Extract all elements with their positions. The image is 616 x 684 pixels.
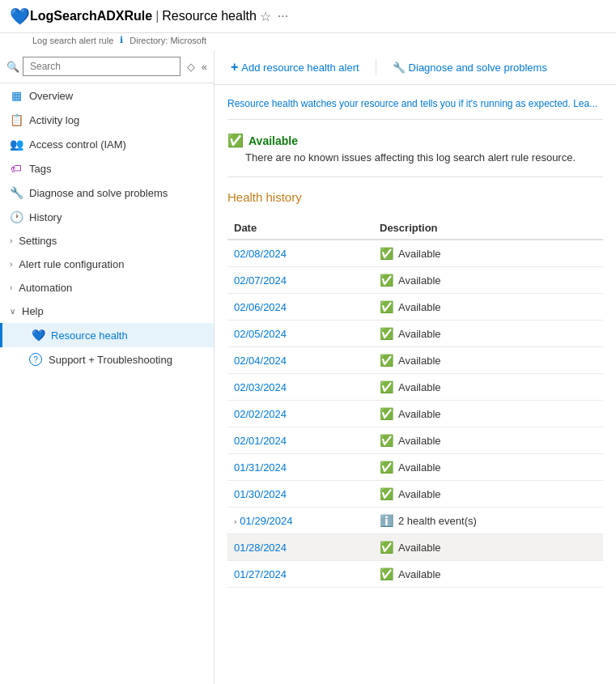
history-label: History — [29, 211, 204, 223]
filter-icon[interactable]: ◇ — [187, 61, 195, 73]
status-description: There are no known issues affecting this… — [245, 151, 603, 164]
date-value[interactable]: 02/01/2024 — [234, 435, 287, 447]
date-cell: 02/02/2024 — [227, 401, 373, 427]
sidebar-item-help[interactable]: ∨ Help — [0, 300, 214, 323]
sidebar-item-access-control[interactable]: 👥 Access control (IAM) — [0, 132, 214, 156]
available-text: Available — [398, 408, 441, 420]
date-cell: 02/01/2024 — [227, 427, 373, 454]
sidebar-item-alert-rule[interactable]: › Alert rule configuration — [0, 253, 214, 276]
search-input[interactable] — [23, 57, 181, 76]
row-expand-icon[interactable]: › — [234, 517, 236, 526]
status-label: Available — [249, 134, 298, 147]
available-text: Available — [398, 248, 441, 260]
date-value[interactable]: 02/04/2024 — [234, 355, 287, 367]
date-cell: ›01/29/2024 — [227, 508, 373, 534]
sidebar-item-tags[interactable]: 🏷 Tags — [0, 156, 214, 181]
sidebar-item-history[interactable]: 🕐 History — [0, 205, 214, 229]
table-row: 02/02/2024✅Available — [227, 401, 603, 427]
info-banner: Resource health watches your resource an… — [227, 98, 603, 120]
sidebar-item-overview[interactable]: ▦ Overview — [0, 83, 214, 108]
available-status: ✅Available — [380, 300, 597, 313]
search-icon: 🔍 — [6, 61, 19, 73]
description-column-header: Description — [373, 217, 603, 240]
sidebar-item-resource-health[interactable]: 💙 Resource health — [0, 323, 214, 347]
add-alert-label: Add resource health alert — [241, 62, 359, 74]
date-value[interactable]: 02/06/2024 — [234, 301, 287, 313]
date-column-header: Date — [227, 217, 373, 240]
available-check-icon: ✅ — [380, 247, 393, 260]
directory-label: Directory: Microsoft — [130, 36, 206, 45]
header-actions: ☆ ··· — [260, 9, 288, 24]
help-label: Help — [22, 305, 204, 317]
sidebar-item-automation[interactable]: › Automation — [0, 276, 214, 300]
collapse-icon[interactable]: « — [202, 61, 207, 73]
available-check-icon: ✅ — [380, 327, 393, 340]
available-check-icon: ✅ — [380, 567, 393, 580]
event-text: 2 health event(s) — [398, 515, 477, 527]
info-icon: ℹ — [120, 35, 123, 45]
available-status: ✅Available — [380, 247, 597, 260]
description-cell: ✅Available — [373, 427, 603, 454]
date-value[interactable]: 02/03/2024 — [234, 381, 287, 393]
automation-label: Automation — [19, 282, 204, 294]
page-title: Resource health — [162, 9, 257, 23]
alert-rule-chevron: › — [10, 260, 12, 269]
date-value[interactable]: 01/27/2024 — [234, 568, 287, 580]
date-value[interactable]: 01/29/2024 — [240, 515, 292, 527]
sidebar-item-support[interactable]: ? Support + Troubleshooting — [0, 347, 214, 372]
header-subtitle-row: Log search alert rule ℹ Directory: Micro… — [0, 33, 616, 50]
sidebar-item-settings[interactable]: › Settings — [0, 229, 214, 253]
available-check-icon: ✅ — [380, 300, 393, 313]
diagnose-label: Diagnose and solve problems — [29, 187, 204, 199]
date-value[interactable]: 01/28/2024 — [234, 542, 287, 554]
table-row: 02/06/2024✅Available — [227, 294, 603, 321]
tags-icon: 🏷 — [10, 162, 23, 175]
table-row: 02/04/2024✅Available — [227, 347, 603, 374]
header: 💙 LogSearchADXRule | Resource health ☆ ·… — [0, 0, 616, 33]
available-check-icon: ✅ — [380, 354, 393, 367]
available-check-icon: ✅ — [380, 274, 393, 287]
date-cell: 02/08/2024 — [227, 240, 373, 267]
available-status: ✅Available — [380, 354, 597, 367]
status-check-icon: ✅ — [227, 133, 244, 148]
table-row: 02/01/2024✅Available — [227, 427, 603, 454]
date-cell: 02/05/2024 — [227, 321, 373, 347]
settings-label: Settings — [19, 235, 204, 247]
add-alert-plus-icon: + — [231, 60, 238, 74]
history-table-body: 02/08/2024✅Available02/07/2024✅Available… — [227, 240, 603, 588]
table-row: ›01/29/2024ℹ️2 health event(s) — [227, 508, 603, 534]
date-cell: 01/31/2024 — [227, 454, 373, 481]
description-cell: ✅Available — [373, 321, 603, 347]
section-divider — [227, 176, 603, 177]
description-cell: ✅Available — [373, 454, 603, 481]
available-text: Available — [398, 568, 441, 580]
date-value[interactable]: 02/08/2024 — [234, 248, 287, 260]
resource-health-icon: 💙 — [32, 329, 45, 342]
description-cell: ✅Available — [373, 347, 603, 374]
date-value[interactable]: 02/07/2024 — [234, 274, 287, 287]
more-options-icon[interactable]: ··· — [278, 9, 288, 23]
date-cell: 02/07/2024 — [227, 267, 373, 294]
diagnose-toolbar-label: Diagnose and solve problems — [409, 62, 547, 74]
available-text: Available — [398, 488, 441, 500]
add-alert-button[interactable]: + Add resource health alert — [227, 57, 363, 78]
available-status: ✅Available — [380, 434, 597, 447]
sidebar-item-diagnose[interactable]: 🔧 Diagnose and solve problems — [0, 181, 214, 205]
access-control-label: Access control (IAM) — [29, 138, 204, 151]
header-separator: | — [155, 9, 159, 23]
date-cell: 01/30/2024 — [227, 481, 373, 508]
available-status: ✅Available — [380, 461, 597, 474]
date-value[interactable]: 01/30/2024 — [234, 488, 287, 500]
sidebar-item-activity-log[interactable]: 📋 Activity log — [0, 108, 214, 132]
description-cell: ✅Available — [373, 401, 603, 427]
health-history-table: Date Description 02/08/2024✅Available02/… — [227, 217, 603, 588]
toolbar-divider — [376, 59, 376, 75]
date-value[interactable]: 01/31/2024 — [234, 461, 287, 474]
sidebar-controls: ◇ « — [187, 61, 207, 73]
date-value[interactable]: 02/02/2024 — [234, 408, 287, 420]
diagnose-solve-button[interactable]: 🔧 Diagnose and solve problems — [389, 58, 550, 77]
access-control-icon: 👥 — [10, 138, 23, 151]
date-value[interactable]: 02/05/2024 — [234, 328, 287, 340]
info-text: Resource health watches your resource an… — [227, 98, 597, 109]
favorite-icon[interactable]: ☆ — [260, 9, 271, 24]
